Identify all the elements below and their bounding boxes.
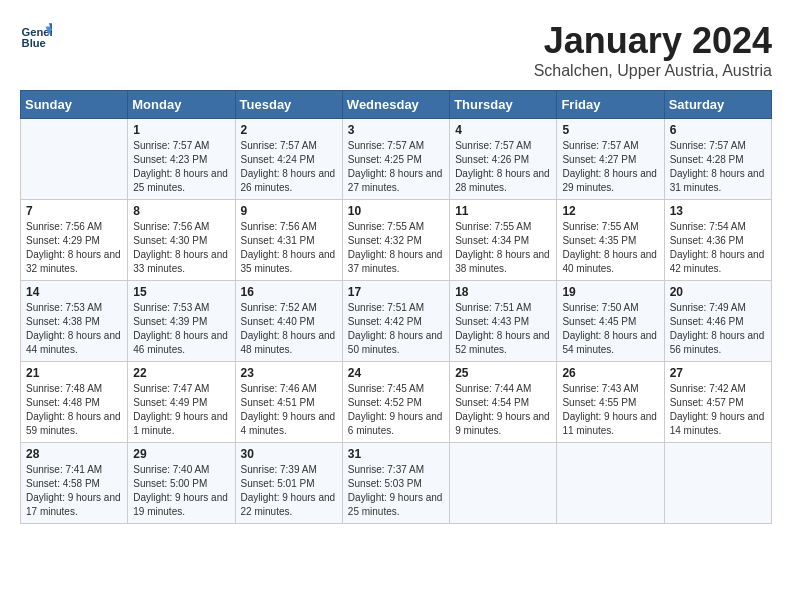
day-number: 20 — [670, 285, 766, 299]
day-info: Sunrise: 7:42 AMSunset: 4:57 PMDaylight:… — [670, 382, 766, 438]
calendar-day-cell: 12Sunrise: 7:55 AMSunset: 4:35 PMDayligh… — [557, 200, 664, 281]
day-number: 8 — [133, 204, 229, 218]
day-info: Sunrise: 7:43 AMSunset: 4:55 PMDaylight:… — [562, 382, 658, 438]
day-number: 26 — [562, 366, 658, 380]
calendar-day-cell: 10Sunrise: 7:55 AMSunset: 4:32 PMDayligh… — [342, 200, 449, 281]
day-info: Sunrise: 7:57 AMSunset: 4:24 PMDaylight:… — [241, 139, 337, 195]
day-info: Sunrise: 7:54 AMSunset: 4:36 PMDaylight:… — [670, 220, 766, 276]
day-number: 7 — [26, 204, 122, 218]
day-info: Sunrise: 7:51 AMSunset: 4:42 PMDaylight:… — [348, 301, 444, 357]
logo: General Blue — [20, 20, 52, 52]
day-number: 24 — [348, 366, 444, 380]
calendar-day-cell: 15Sunrise: 7:53 AMSunset: 4:39 PMDayligh… — [128, 281, 235, 362]
calendar-day-cell: 18Sunrise: 7:51 AMSunset: 4:43 PMDayligh… — [450, 281, 557, 362]
calendar-day-cell: 28Sunrise: 7:41 AMSunset: 4:58 PMDayligh… — [21, 443, 128, 524]
day-info: Sunrise: 7:51 AMSunset: 4:43 PMDaylight:… — [455, 301, 551, 357]
day-number: 6 — [670, 123, 766, 137]
calendar-week-row: 21Sunrise: 7:48 AMSunset: 4:48 PMDayligh… — [21, 362, 772, 443]
day-info: Sunrise: 7:40 AMSunset: 5:00 PMDaylight:… — [133, 463, 229, 519]
calendar-day-cell: 27Sunrise: 7:42 AMSunset: 4:57 PMDayligh… — [664, 362, 771, 443]
day-info: Sunrise: 7:56 AMSunset: 4:30 PMDaylight:… — [133, 220, 229, 276]
calendar-day-cell: 22Sunrise: 7:47 AMSunset: 4:49 PMDayligh… — [128, 362, 235, 443]
day-info: Sunrise: 7:57 AMSunset: 4:23 PMDaylight:… — [133, 139, 229, 195]
calendar-day-cell: 3Sunrise: 7:57 AMSunset: 4:25 PMDaylight… — [342, 119, 449, 200]
logo-icon: General Blue — [20, 20, 52, 52]
calendar-week-row: 14Sunrise: 7:53 AMSunset: 4:38 PMDayligh… — [21, 281, 772, 362]
day-info: Sunrise: 7:55 AMSunset: 4:32 PMDaylight:… — [348, 220, 444, 276]
calendar-day-cell: 30Sunrise: 7:39 AMSunset: 5:01 PMDayligh… — [235, 443, 342, 524]
calendar-day-cell — [450, 443, 557, 524]
day-number: 16 — [241, 285, 337, 299]
calendar-day-cell: 23Sunrise: 7:46 AMSunset: 4:51 PMDayligh… — [235, 362, 342, 443]
day-number: 28 — [26, 447, 122, 461]
day-number: 14 — [26, 285, 122, 299]
day-info: Sunrise: 7:52 AMSunset: 4:40 PMDaylight:… — [241, 301, 337, 357]
day-number: 9 — [241, 204, 337, 218]
day-info: Sunrise: 7:46 AMSunset: 4:51 PMDaylight:… — [241, 382, 337, 438]
weekday-header-row: SundayMondayTuesdayWednesdayThursdayFrid… — [21, 91, 772, 119]
day-info: Sunrise: 7:47 AMSunset: 4:49 PMDaylight:… — [133, 382, 229, 438]
calendar-day-cell: 26Sunrise: 7:43 AMSunset: 4:55 PMDayligh… — [557, 362, 664, 443]
day-number: 31 — [348, 447, 444, 461]
day-number: 19 — [562, 285, 658, 299]
calendar-week-row: 7Sunrise: 7:56 AMSunset: 4:29 PMDaylight… — [21, 200, 772, 281]
weekday-header-cell: Thursday — [450, 91, 557, 119]
day-number: 27 — [670, 366, 766, 380]
day-info: Sunrise: 7:41 AMSunset: 4:58 PMDaylight:… — [26, 463, 122, 519]
calendar-day-cell: 24Sunrise: 7:45 AMSunset: 4:52 PMDayligh… — [342, 362, 449, 443]
day-number: 25 — [455, 366, 551, 380]
month-title: January 2024 — [534, 20, 772, 62]
calendar-day-cell: 21Sunrise: 7:48 AMSunset: 4:48 PMDayligh… — [21, 362, 128, 443]
calendar-day-cell: 31Sunrise: 7:37 AMSunset: 5:03 PMDayligh… — [342, 443, 449, 524]
calendar-day-cell — [557, 443, 664, 524]
weekday-header-cell: Monday — [128, 91, 235, 119]
day-info: Sunrise: 7:53 AMSunset: 4:39 PMDaylight:… — [133, 301, 229, 357]
calendar-day-cell: 1Sunrise: 7:57 AMSunset: 4:23 PMDaylight… — [128, 119, 235, 200]
day-info: Sunrise: 7:50 AMSunset: 4:45 PMDaylight:… — [562, 301, 658, 357]
day-number: 2 — [241, 123, 337, 137]
weekday-header-cell: Wednesday — [342, 91, 449, 119]
day-info: Sunrise: 7:57 AMSunset: 4:26 PMDaylight:… — [455, 139, 551, 195]
day-number: 17 — [348, 285, 444, 299]
calendar-day-cell: 8Sunrise: 7:56 AMSunset: 4:30 PMDaylight… — [128, 200, 235, 281]
calendar-day-cell: 9Sunrise: 7:56 AMSunset: 4:31 PMDaylight… — [235, 200, 342, 281]
day-number: 29 — [133, 447, 229, 461]
header: General Blue January 2024 Schalchen, Upp… — [20, 20, 772, 80]
day-number: 11 — [455, 204, 551, 218]
day-number: 10 — [348, 204, 444, 218]
calendar-table: SundayMondayTuesdayWednesdayThursdayFrid… — [20, 90, 772, 524]
calendar-day-cell — [21, 119, 128, 200]
day-number: 30 — [241, 447, 337, 461]
calendar-day-cell: 5Sunrise: 7:57 AMSunset: 4:27 PMDaylight… — [557, 119, 664, 200]
weekday-header-cell: Sunday — [21, 91, 128, 119]
location-title: Schalchen, Upper Austria, Austria — [534, 62, 772, 80]
day-info: Sunrise: 7:56 AMSunset: 4:31 PMDaylight:… — [241, 220, 337, 276]
calendar-day-cell: 14Sunrise: 7:53 AMSunset: 4:38 PMDayligh… — [21, 281, 128, 362]
day-number: 22 — [133, 366, 229, 380]
day-info: Sunrise: 7:37 AMSunset: 5:03 PMDaylight:… — [348, 463, 444, 519]
weekday-header-cell: Saturday — [664, 91, 771, 119]
day-info: Sunrise: 7:44 AMSunset: 4:54 PMDaylight:… — [455, 382, 551, 438]
title-section: January 2024 Schalchen, Upper Austria, A… — [534, 20, 772, 80]
day-number: 5 — [562, 123, 658, 137]
day-info: Sunrise: 7:57 AMSunset: 4:25 PMDaylight:… — [348, 139, 444, 195]
day-number: 12 — [562, 204, 658, 218]
day-info: Sunrise: 7:55 AMSunset: 4:34 PMDaylight:… — [455, 220, 551, 276]
day-info: Sunrise: 7:49 AMSunset: 4:46 PMDaylight:… — [670, 301, 766, 357]
day-info: Sunrise: 7:57 AMSunset: 4:27 PMDaylight:… — [562, 139, 658, 195]
calendar-day-cell: 2Sunrise: 7:57 AMSunset: 4:24 PMDaylight… — [235, 119, 342, 200]
day-info: Sunrise: 7:57 AMSunset: 4:28 PMDaylight:… — [670, 139, 766, 195]
svg-text:Blue: Blue — [22, 37, 46, 49]
day-info: Sunrise: 7:48 AMSunset: 4:48 PMDaylight:… — [26, 382, 122, 438]
calendar-day-cell: 13Sunrise: 7:54 AMSunset: 4:36 PMDayligh… — [664, 200, 771, 281]
day-info: Sunrise: 7:39 AMSunset: 5:01 PMDaylight:… — [241, 463, 337, 519]
day-number: 23 — [241, 366, 337, 380]
calendar-day-cell: 19Sunrise: 7:50 AMSunset: 4:45 PMDayligh… — [557, 281, 664, 362]
day-info: Sunrise: 7:45 AMSunset: 4:52 PMDaylight:… — [348, 382, 444, 438]
calendar-day-cell — [664, 443, 771, 524]
calendar-day-cell: 4Sunrise: 7:57 AMSunset: 4:26 PMDaylight… — [450, 119, 557, 200]
calendar-day-cell: 7Sunrise: 7:56 AMSunset: 4:29 PMDaylight… — [21, 200, 128, 281]
calendar-day-cell: 11Sunrise: 7:55 AMSunset: 4:34 PMDayligh… — [450, 200, 557, 281]
day-number: 15 — [133, 285, 229, 299]
day-number: 13 — [670, 204, 766, 218]
